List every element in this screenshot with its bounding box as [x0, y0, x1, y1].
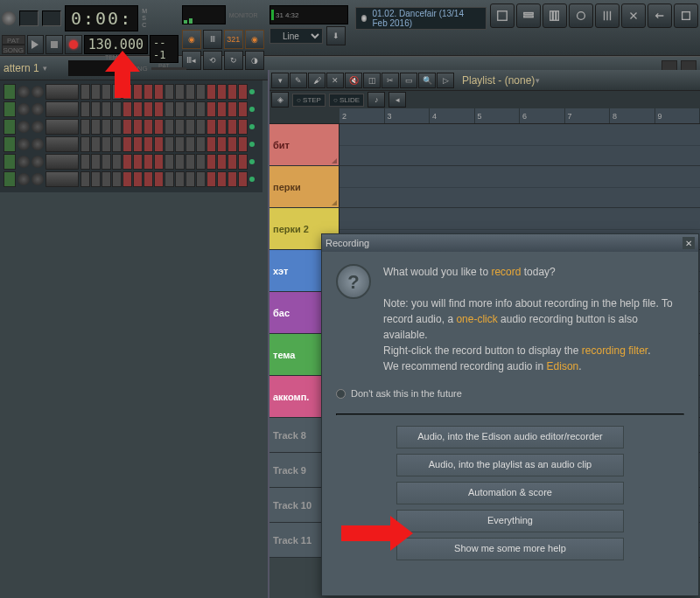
step-cell[interactable] — [186, 136, 195, 152]
pattern-num[interactable]: ---1 — [150, 35, 178, 63]
step-cell[interactable] — [175, 119, 185, 135]
metronome-button[interactable]: ◉ — [182, 30, 201, 49]
snap-button[interactable]: ⬇ — [326, 26, 346, 45]
step-cell[interactable] — [80, 84, 90, 100]
channel-button[interactable] — [46, 154, 79, 170]
select-tool[interactable]: ▭ — [400, 73, 417, 88]
step-cell[interactable] — [206, 119, 216, 135]
step-cell[interactable] — [175, 136, 185, 152]
step-cell[interactable] — [217, 171, 227, 187]
channel-led[interactable] — [249, 159, 255, 164]
step-cell[interactable] — [91, 171, 101, 187]
ruler-mark[interactable]: 2 — [340, 108, 385, 123]
step-cell[interactable] — [217, 154, 227, 170]
menu-button[interactable]: ▾ — [271, 73, 289, 88]
snap-button[interactable]: ◈ — [271, 92, 289, 108]
step-cell[interactable] — [206, 84, 216, 100]
tool-button[interactable]: ◑ — [245, 51, 264, 70]
step-cell[interactable] — [238, 119, 248, 135]
channel-button[interactable] — [46, 119, 79, 135]
step-cell[interactable] — [164, 136, 174, 152]
step-cell[interactable] — [154, 119, 164, 135]
step-cell[interactable] — [186, 171, 195, 187]
step-cell[interactable] — [80, 101, 90, 117]
step-cell[interactable] — [175, 154, 185, 170]
pan-knob[interactable] — [18, 121, 30, 133]
step-cell[interactable] — [186, 101, 195, 117]
pattern-label[interactable]: attern 1 — [4, 62, 39, 74]
step-cell[interactable] — [133, 171, 143, 187]
mute-tool[interactable]: 🔇 — [345, 73, 362, 88]
step-cell[interactable] — [186, 154, 195, 170]
dialog-option-0[interactable]: Audio, into the Edison audio editor/reco… — [396, 426, 624, 448]
play-button[interactable] — [27, 35, 45, 54]
step-cell[interactable] — [186, 84, 195, 100]
close-button[interactable] — [621, 3, 646, 28]
step-cell[interactable] — [122, 119, 132, 135]
channel-led[interactable] — [249, 107, 255, 112]
step-cell[interactable] — [228, 101, 237, 117]
pan-knob[interactable] — [18, 103, 30, 115]
playback-tool[interactable]: ▷ — [437, 73, 454, 88]
step-cell[interactable] — [80, 119, 90, 135]
zoom-tool[interactable]: 🔍 — [418, 73, 436, 88]
step-cell[interactable] — [238, 154, 248, 170]
step-cell[interactable] — [217, 101, 227, 117]
step-cell[interactable] — [228, 136, 237, 152]
step-cell[interactable] — [133, 84, 143, 100]
step-cell[interactable] — [112, 136, 122, 152]
save-button[interactable] — [674, 3, 698, 28]
channel-led[interactable] — [249, 89, 255, 94]
playlist-button[interactable] — [490, 3, 514, 28]
step-cell[interactable] — [206, 154, 216, 170]
step-button[interactable]: ⟲ — [203, 51, 222, 70]
swing-slider[interactable] — [151, 67, 186, 70]
step-cell[interactable] — [238, 84, 248, 100]
ruler-mark[interactable]: 9 — [655, 108, 701, 123]
step-cell[interactable] — [112, 101, 122, 117]
step-cell[interactable] — [112, 84, 122, 100]
back-button[interactable]: ◂ — [388, 92, 406, 108]
chevron-down-icon[interactable]: ▾ — [43, 64, 47, 73]
step-cell[interactable] — [102, 101, 111, 117]
channel-led[interactable] — [249, 177, 255, 182]
dialog-option-4[interactable]: Show me some more help — [396, 538, 624, 560]
step-cell[interactable] — [144, 119, 153, 135]
step-cell[interactable] — [154, 154, 164, 170]
channel-selector[interactable] — [4, 154, 16, 170]
step-cell[interactable] — [164, 171, 174, 187]
step-cell[interactable] — [228, 84, 237, 100]
step-cell[interactable] — [196, 154, 206, 170]
step-cell[interactable] — [102, 136, 111, 152]
vol-knob[interactable] — [32, 103, 44, 115]
step-cell[interactable] — [175, 171, 185, 187]
step-cell[interactable] — [80, 154, 90, 170]
pan-knob[interactable] — [18, 156, 30, 168]
track-lane[interactable] — [340, 124, 700, 165]
step-cell[interactable] — [102, 171, 111, 187]
step-cell[interactable] — [133, 119, 143, 135]
step-cell[interactable] — [228, 154, 237, 170]
channel-selector[interactable] — [4, 101, 16, 117]
step-cell[interactable] — [217, 84, 227, 100]
step-cell[interactable] — [102, 154, 111, 170]
vol-knob[interactable] — [32, 86, 44, 98]
loop-rec-button[interactable]: ◉ — [245, 30, 264, 49]
dialog-titlebar[interactable]: Recording ✕ — [322, 234, 698, 252]
step-cell[interactable] — [154, 101, 164, 117]
step-cell[interactable] — [91, 101, 101, 117]
vol-knob[interactable] — [32, 138, 44, 150]
step-cell[interactable] — [144, 171, 153, 187]
pattern-select[interactable]: Line — [270, 28, 323, 44]
step-cell[interactable] — [164, 101, 174, 117]
pan-knob[interactable] — [18, 138, 30, 150]
step-cell[interactable] — [186, 119, 195, 135]
pan-knob[interactable] — [18, 86, 30, 98]
ruler-mark[interactable]: 4 — [430, 108, 475, 123]
step-cell[interactable] — [164, 84, 174, 100]
channel-led[interactable] — [249, 142, 255, 147]
step-cell[interactable] — [164, 119, 174, 135]
record-button[interactable] — [65, 35, 82, 54]
step-cell[interactable] — [164, 154, 174, 170]
slip-tool[interactable]: ◫ — [363, 73, 381, 88]
